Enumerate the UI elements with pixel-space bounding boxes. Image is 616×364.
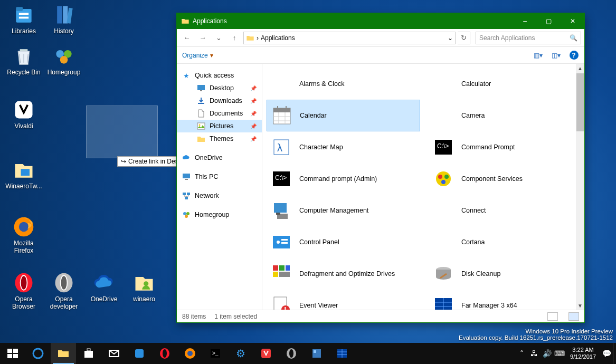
sidebar-item-label: Homegroup: [195, 211, 229, 218]
app-item-character-map[interactable]: λCharacter Map: [267, 131, 420, 163]
app-item-camera[interactable]: Camera: [429, 100, 582, 131]
taskbar-settings[interactable]: ⚙: [228, 343, 253, 364]
close-button[interactable]: ✕: [561, 13, 584, 29]
gear-icon: ⚙: [234, 347, 247, 360]
sidebar-quick-access[interactable]: ★ Quick access: [177, 69, 262, 82]
taskbar-regedit[interactable]: [304, 343, 329, 364]
desktop-icon-homegroup[interactable]: Homegroup: [44, 44, 83, 76]
svg-point-33: [186, 212, 189, 215]
app-item-component-services[interactable]: Component Services: [429, 163, 582, 195]
start-button[interactable]: [0, 343, 25, 364]
desktop-icon-user[interactable]: winaero: [125, 271, 164, 303]
sidebar-group-this-pc[interactable]: This PC: [177, 170, 262, 183]
app-icon: [271, 263, 292, 284]
search-placeholder: Search Applications: [479, 34, 535, 42]
help-button[interactable]: ?: [568, 50, 579, 61]
sidebar-item-downloads[interactable]: Downloads📌: [177, 94, 262, 107]
scrollbar[interactable]: ▲ ▼: [576, 64, 584, 310]
taskbar-mail[interactable]: [101, 343, 127, 364]
app-item-disk-cleanup[interactable]: Disk Cleanup: [429, 258, 582, 290]
svg-rect-62: [286, 265, 290, 271]
taskbar-opera[interactable]: [152, 343, 177, 364]
desktop-icon-recycle-bin[interactable]: Recycle Bin: [4, 44, 43, 76]
breadcrumb[interactable]: Applications: [261, 34, 295, 42]
chevron-down-icon[interactable]: ⌄: [448, 34, 453, 42]
scroll-thumb[interactable]: [576, 73, 584, 131]
search-input[interactable]: Search Applications 🔍: [476, 32, 581, 44]
details-view-button[interactable]: [547, 312, 558, 321]
desktop-icon-opera-dev[interactable]: Opera developer: [44, 271, 83, 310]
app-label: Command Prompt: [461, 143, 515, 151]
organize-menu[interactable]: Organize ▾: [182, 52, 213, 59]
explorer-window: Applications – ▢ ✕ ← → ⌄ ↑ › Application…: [176, 13, 585, 323]
app-item-calendar[interactable]: Calendar: [267, 100, 420, 131]
tray-chevron-up[interactable]: ˄: [515, 343, 528, 364]
scroll-down-button[interactable]: ▼: [576, 301, 584, 310]
sidebar-item-pictures[interactable]: Pictures📌: [177, 120, 262, 132]
back-button[interactable]: ←: [180, 31, 194, 45]
svg-rect-3: [19, 17, 29, 19]
build-info: Windows 10 Pro Insider Preview Evaluatio…: [459, 328, 613, 341]
icons-view-button[interactable]: [568, 312, 579, 321]
taskbar-firefox[interactable]: [177, 343, 203, 364]
sidebar-item-label: Documents: [210, 110, 243, 117]
sidebar-icon: [182, 154, 191, 162]
taskbar-clock[interactable]: 3:22 AM 9/12/2017: [566, 347, 600, 360]
app-item-control-panel[interactable]: Control Panel: [267, 226, 420, 258]
tray-network-icon[interactable]: 🖧: [528, 343, 541, 364]
app-item-defragment-and-optimize-drives[interactable]: Defragment and Optimize Drives: [267, 258, 420, 290]
desktop-icon-onedrive[interactable]: OneDrive: [84, 271, 124, 303]
app-item-cortana[interactable]: Cortana: [429, 226, 582, 258]
sidebar-item-desktop[interactable]: Desktop📌: [177, 82, 262, 94]
sidebar-group-network[interactable]: Network: [177, 189, 262, 202]
sidebar-item-themes[interactable]: Themes📌: [177, 132, 262, 145]
refresh-button[interactable]: ↻: [458, 32, 470, 44]
desktop-icon-opera[interactable]: Opera Browser: [4, 271, 43, 310]
desktop-icon-winaero[interactable]: WinaeroTw...: [4, 158, 43, 190]
taskbar-edge[interactable]: [25, 343, 51, 364]
app-item-alarms-clock[interactable]: Alarms & Clock: [267, 68, 420, 100]
maximize-button[interactable]: ▢: [537, 13, 561, 29]
sidebar-group-onedrive[interactable]: OneDrive: [177, 151, 262, 164]
tray-volume-icon[interactable]: 🔊: [541, 343, 553, 364]
recent-button[interactable]: ⌄: [212, 31, 225, 45]
minimize-button[interactable]: –: [513, 13, 537, 29]
svg-rect-2: [19, 13, 29, 15]
taskbar[interactable]: >_ ⚙ ˄ 🖧 🔊 ⌨ 3:22 AM 9/12/2017 💬: [0, 343, 616, 364]
app-label: Component Services: [461, 175, 523, 183]
taskbar-cmd[interactable]: >_: [203, 343, 228, 364]
sidebar-item-documents[interactable]: Documents📌: [177, 107, 262, 120]
app-item-calculator[interactable]: Calculator: [429, 68, 582, 100]
taskbar-opera-dev[interactable]: [279, 343, 304, 364]
taskbar-far[interactable]: [329, 343, 355, 364]
desktop-icon-firefox[interactable]: Mozilla Firefox: [4, 215, 43, 254]
app-item-connect[interactable]: Connect: [429, 195, 582, 226]
address-bar[interactable]: › Applications ⌄: [243, 32, 456, 44]
taskbar-winaero[interactable]: [127, 343, 152, 364]
view-options-button[interactable]: ▥▾: [533, 50, 543, 61]
tray-notifications-icon[interactable]: 💬: [600, 343, 613, 364]
desktop-icon-history[interactable]: History: [44, 3, 83, 35]
scroll-up-button[interactable]: ▲: [576, 64, 584, 72]
app-item-command-prompt[interactable]: C:\>Command Prompt: [429, 131, 582, 163]
preview-pane-button[interactable]: ◫▾: [551, 50, 561, 61]
taskbar-store[interactable]: [76, 343, 101, 364]
app-label: Far Manager 3 x64: [461, 302, 517, 309]
titlebar[interactable]: Applications – ▢ ✕: [177, 13, 584, 29]
sidebar[interactable]: ★ Quick access Desktop📌Downloads📌Documen…: [177, 64, 262, 310]
tray-keyboard-icon[interactable]: ⌨: [553, 343, 566, 364]
app-item-command-prompt-admin-[interactable]: C:\>Command prompt (Admin): [267, 163, 420, 195]
taskbar-vivaldi[interactable]: [253, 343, 279, 364]
forward-button[interactable]: →: [196, 31, 210, 45]
content-area[interactable]: Alarms & ClockCalculatorCalendarCameraλC…: [262, 64, 584, 310]
sidebar-icon: [182, 210, 191, 219]
taskbar-explorer[interactable]: [51, 343, 76, 364]
app-item-event-viewer[interactable]: !Event Viewer: [267, 290, 420, 310]
desktop-icon-libraries[interactable]: Libraries: [4, 3, 43, 35]
up-button[interactable]: ↑: [228, 31, 241, 45]
show-desktop-button[interactable]: [613, 343, 616, 364]
desktop-icon-vivaldi[interactable]: Vivaldi: [4, 98, 43, 130]
sidebar-group-homegroup[interactable]: Homegroup: [177, 208, 262, 221]
app-item-computer-management[interactable]: Computer Management: [267, 195, 420, 226]
app-item-far-manager-3-x64[interactable]: Far Manager 3 x64: [429, 290, 582, 310]
